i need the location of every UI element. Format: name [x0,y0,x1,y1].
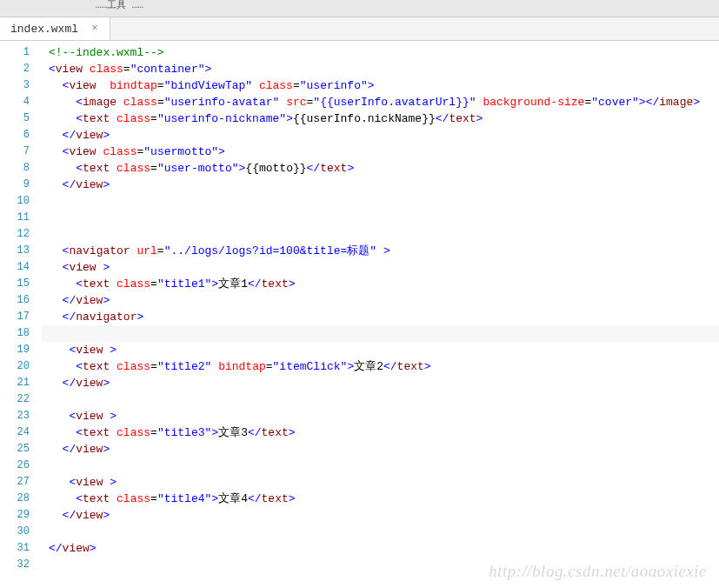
line-number: 26 [0,458,30,474]
code-line[interactable]: <view class="container"> [42,61,719,77]
code-line[interactable]: <text class="title2" bindtap="itemClick"… [42,358,719,375]
line-number: 12 [0,226,30,243]
line-number: 1 [0,44,30,61]
line-number: 28 [0,491,30,507]
code-line[interactable]: <text class="userinfo-nickname">{{userIn… [42,110,719,127]
line-number-gutter: 1234567891011121314151617181920212223242… [0,41,42,588]
code-line[interactable]: <view class="usermotto"> [42,144,719,160]
line-number: 10 [0,193,30,210]
tab-index-wxml[interactable]: index.wxml × [0,17,110,40]
line-number: 24 [0,424,30,441]
code-line[interactable]: </view> [42,441,719,458]
code-line[interactable] [42,325,719,342]
line-number: 16 [0,292,30,309]
line-number: 32 [0,557,30,573]
code-line[interactable]: <view > [42,408,719,424]
code-line[interactable]: <view > [42,259,719,276]
line-number: 11 [0,210,30,226]
close-icon[interactable]: × [89,23,101,35]
line-number: 30 [0,524,30,540]
code-line[interactable]: </view> [42,292,719,309]
line-number: 14 [0,259,30,276]
watermark: http://blog.csdn.net/aoaoxiexie [489,562,707,581]
line-number: 15 [0,276,30,292]
line-number: 3 [0,77,30,94]
code-line[interactable] [42,210,719,226]
code-line[interactable]: </view> [42,507,719,524]
code-line[interactable] [42,193,719,210]
line-number: 31 [0,540,30,557]
line-number: 22 [0,391,30,408]
line-number: 29 [0,507,30,524]
code-line[interactable]: <view bindtap="bindViewTap" class="useri… [42,77,719,94]
tab-label: index.wxml [10,23,78,36]
line-number: 23 [0,408,30,424]
line-number: 9 [0,177,30,193]
code-line[interactable]: <text class="title1">文章1</text> [42,276,719,292]
header-title: ……工具 …… [96,0,143,10]
line-number: 17 [0,309,30,325]
line-number: 19 [0,342,30,358]
code-line[interactable]: <navigator url="../logs/logs?id=100&titl… [42,243,719,259]
line-number: 13 [0,243,30,259]
code-line[interactable]: </view> [42,127,719,144]
line-number: 5 [0,110,30,127]
code-line[interactable]: <!--index.wxml--> [42,44,719,61]
code-line[interactable]: <text class="title3">文章3</text> [42,424,719,441]
code-line[interactable]: <image class="userinfo-avatar" src="{{us… [42,94,719,110]
line-number: 8 [0,160,30,177]
line-number: 21 [0,375,30,391]
line-number: 20 [0,358,30,375]
code-line[interactable]: </view> [42,177,719,193]
code-line[interactable] [42,226,719,243]
code-line[interactable]: <text class="user-motto">{{motto}}</text… [42,160,719,177]
line-number: 4 [0,94,30,110]
code-line[interactable] [42,391,719,408]
app-header: ……工具 …… [0,0,719,17]
code-area[interactable]: <!--index.wxml--><view class="container"… [42,41,719,588]
line-number: 25 [0,441,30,458]
line-number: 27 [0,474,30,491]
code-editor[interactable]: 1234567891011121314151617181920212223242… [0,41,719,588]
code-line[interactable]: <view > [42,474,719,491]
line-number: 6 [0,127,30,144]
line-number: 2 [0,61,30,77]
code-line[interactable]: </view> [42,540,719,557]
code-line[interactable]: <view > [42,342,719,358]
tab-bar: index.wxml × [0,17,719,41]
code-line[interactable]: </navigator> [42,309,719,325]
code-line[interactable]: </view> [42,375,719,391]
line-number: 18 [0,325,30,342]
code-line[interactable] [42,524,719,540]
code-line[interactable] [42,458,719,474]
code-line[interactable]: <text class="title4">文章4</text> [42,491,719,507]
line-number: 7 [0,144,30,160]
